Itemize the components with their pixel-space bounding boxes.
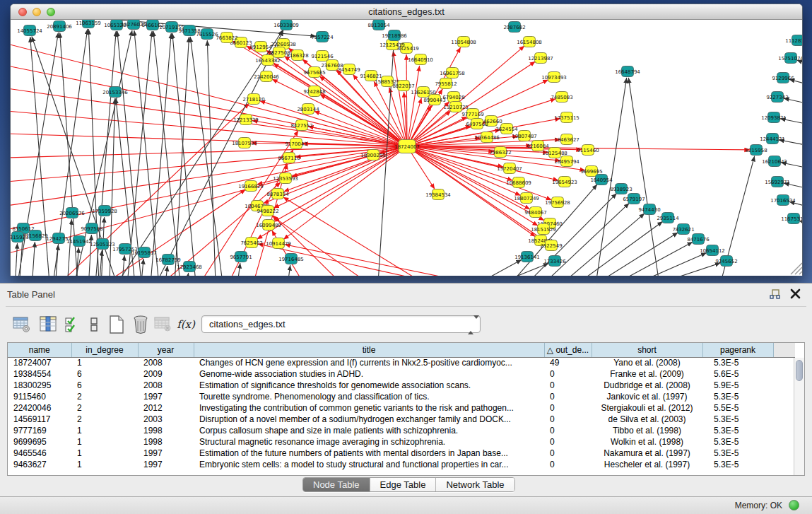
- network-node[interactable]: 6579197: [623, 194, 645, 204]
- tab-network-table[interactable]: Network Table: [435, 478, 514, 491]
- float-panel-icon[interactable]: [770, 289, 781, 300]
- network-node[interactable]: 12505123: [90, 239, 115, 250]
- tab-node-table[interactable]: Node Table: [303, 478, 370, 491]
- network-node[interactable]: 19756928: [545, 197, 570, 208]
- column-header-year[interactable]: year: [138, 343, 194, 357]
- new-column-icon[interactable]: [106, 313, 127, 336]
- column-header-title[interactable]: title: [194, 343, 544, 357]
- resize-grip-icon[interactable]: [791, 263, 802, 274]
- table-selector-dropdown[interactable]: citations_edges.txt: [201, 315, 481, 333]
- network-node[interactable]: 15751074: [778, 53, 802, 64]
- memory-status-icon[interactable]: [789, 500, 799, 510]
- network-node[interactable]: 10807487: [512, 131, 537, 141]
- network-node[interactable]: 16210643: [762, 156, 787, 167]
- table-row[interactable]: 946554611997Estimation of the future num…: [8, 448, 795, 459]
- network-node[interactable]: 10688609: [506, 177, 531, 188]
- network-node[interactable]: 7955812: [435, 78, 457, 89]
- network-node[interactable]: 10914479: [266, 238, 291, 249]
- column-header-out-degree[interactable]: △ out_de...: [544, 343, 592, 357]
- network-node[interactable]: 15692971: [765, 177, 790, 187]
- network-node[interactable]: 2718120: [242, 94, 264, 105]
- column-header-name[interactable]: name: [8, 343, 71, 357]
- table-row[interactable]: 977716911998Corpus callosum shape and si…: [8, 425, 795, 436]
- network-node[interactable]: 11063159: [76, 20, 101, 28]
- network-node[interactable]: 19136141: [514, 252, 540, 262]
- network-node[interactable]: 2935114: [657, 213, 679, 223]
- table-row[interactable]: 911546021997Tourette syndrome. Phenomeno…: [8, 391, 795, 402]
- network-node[interactable]: 18463627: [554, 134, 579, 145]
- network-node[interactable]: 19654923: [552, 177, 577, 187]
- table-mode-icon[interactable]: [11, 313, 33, 336]
- network-node[interactable]: 9115460: [577, 145, 599, 156]
- network-node[interactable]: 9227343: [766, 92, 788, 103]
- table-scrollbar-thumb[interactable]: [796, 360, 803, 381]
- network-node[interactable]: 11675319: [781, 214, 802, 224]
- network-node[interactable]: 9170043: [285, 139, 307, 149]
- network-node[interactable]: 19716485: [278, 254, 304, 264]
- network-node[interactable]: 12213987: [528, 53, 553, 64]
- network-node[interactable]: 9657791: [230, 252, 252, 262]
- delete-column-icon[interactable]: [130, 313, 151, 336]
- network-node[interactable]: 6794028: [442, 92, 464, 103]
- row-height-icon[interactable]: [83, 313, 105, 336]
- network-node[interactable]: 19384534: [425, 189, 451, 200]
- table-row[interactable]: 1456911722003Disruption of a novel membe…: [8, 414, 795, 425]
- network-node[interactable]: 9474430: [638, 204, 660, 215]
- network-node[interactable]: 12093821: [761, 112, 787, 123]
- network-node[interactable]: 18107534: [232, 138, 257, 148]
- network-node[interactable]: 18300295: [360, 150, 386, 160]
- network-node[interactable]: 7485083: [551, 92, 572, 103]
- network-node[interactable]: 16648794: [615, 66, 640, 77]
- table-row[interactable]: 2242004622012Investigating the contribut…: [8, 402, 795, 414]
- network-node[interactable]: 20153346: [102, 87, 128, 98]
- network-node[interactable]: 7832621: [672, 224, 694, 235]
- network-node[interactable]: 22420046: [254, 71, 279, 82]
- column-header-in-degree[interactable]: in_degree: [71, 343, 138, 357]
- network-node[interactable]: 9129966: [772, 73, 794, 83]
- network-node[interactable]: 19166829: [238, 181, 264, 192]
- network-node[interactable]: 15720407: [497, 163, 522, 174]
- table-row[interactable]: 946362711997Embryonic stem cells: a mode…: [8, 459, 795, 470]
- network-canvas[interactable]: 1872400718300295866012389129542226053898…: [11, 20, 802, 276]
- select-columns-icon[interactable]: [62, 313, 83, 336]
- window-titlebar[interactable]: citations_edges.txt: [11, 4, 802, 20]
- network-node[interactable]: 16154808: [517, 37, 542, 47]
- show-columns-icon[interactable]: [38, 313, 59, 336]
- network-node[interactable]: 11054808: [451, 37, 476, 47]
- network-node[interactable]: 16961758: [440, 68, 465, 78]
- network-node[interactable]: 7625402: [240, 238, 262, 248]
- network-node[interactable]: 8813054: [367, 20, 390, 30]
- network-node[interactable]: 10973493: [541, 72, 567, 83]
- network-node[interactable]: 16640910: [408, 54, 433, 65]
- table-row[interactable]: 969969511998Structural magnetic resonanc…: [8, 436, 795, 448]
- network-window[interactable]: citations_edges.txt 18724007183002958660…: [10, 4, 803, 276]
- network-node[interactable]: 2087682: [503, 22, 525, 33]
- column-header-pagerank[interactable]: pagerank: [702, 343, 773, 357]
- network-node[interactable]: 17375115: [554, 112, 579, 123]
- network-node[interactable]: 16033809: [273, 20, 299, 30]
- network-node[interactable]: 8667110: [278, 153, 300, 163]
- column-header-short[interactable]: short: [592, 343, 702, 357]
- network-node[interactable]: 12444121: [760, 134, 785, 144]
- network-node[interactable]: 12353593: [273, 173, 298, 184]
- function-builder-icon[interactable]: f(x): [175, 313, 196, 336]
- network-node[interactable]: 3624554: [495, 124, 518, 134]
- table-row[interactable]: 1872400712008Changes of HCN gene express…: [8, 357, 795, 368]
- network-node[interactable]: 1733426: [543, 256, 566, 267]
- network-node[interactable]: 13210725: [443, 102, 469, 112]
- close-panel-icon[interactable]: [790, 288, 801, 299]
- network-node[interactable]: 14055724: [17, 25, 42, 36]
- network-node[interactable]: 8938923: [610, 184, 632, 194]
- network-node[interactable]: 2803144: [297, 104, 319, 115]
- table-row[interactable]: 1938455462009Genome-wide association stu…: [8, 368, 795, 380]
- network-node[interactable]: 7857224: [311, 32, 334, 42]
- network-node[interactable]: 12923468: [177, 262, 202, 272]
- network-node[interactable]: 17016534: [770, 195, 796, 206]
- network-node[interactable]: 9245652: [715, 256, 737, 267]
- table-scrollbar[interactable]: [794, 358, 804, 475]
- network-node[interactable]: 19218986: [382, 30, 407, 41]
- network-node[interactable]: 8215958: [745, 145, 767, 156]
- network-node[interactable]: 11128391: [785, 35, 802, 46]
- network-node[interactable]: 20891406: [47, 21, 72, 32]
- tab-edge-table[interactable]: Edge Table: [370, 478, 436, 491]
